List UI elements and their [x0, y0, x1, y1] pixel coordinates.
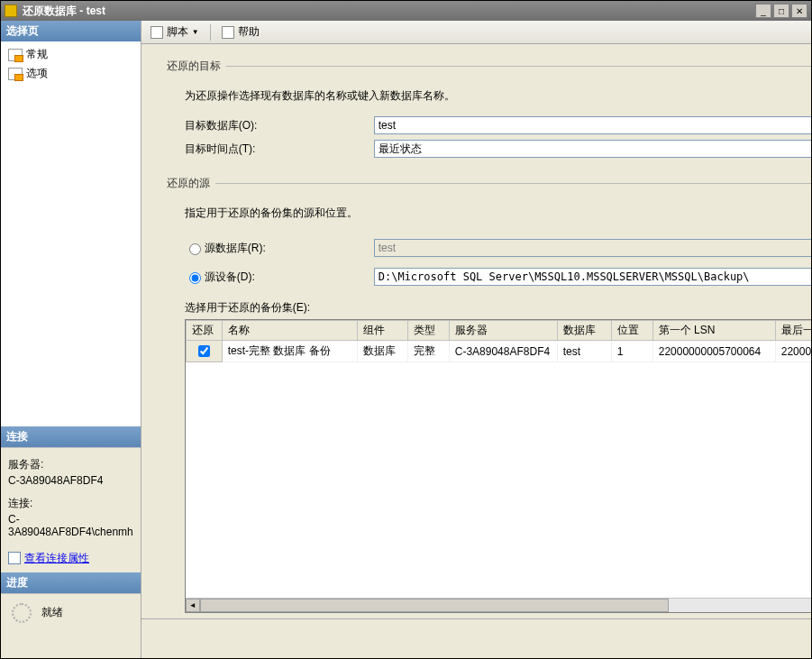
scroll-thumb[interactable]	[200, 599, 669, 612]
minimize-button[interactable]: _	[755, 4, 771, 18]
scroll-left-icon[interactable]: ◄	[186, 599, 200, 612]
select-page-header: 选择页	[1, 21, 141, 41]
nav-label: 选项	[26, 66, 48, 81]
progress-status: 就绪	[41, 606, 63, 618]
progress-panel: 就绪	[1, 593, 141, 658]
view-connection-props-link[interactable]: 查看连接属性	[8, 551, 89, 566]
table-row[interactable]: test-完整 数据库 备份 数据库 完整 C-3A89048AF8DF4 te…	[186, 341, 812, 362]
connection-panel: 服务器: C-3A89048AF8DF4 连接: C-3A89048AF8DF4…	[1, 447, 141, 573]
restore-source-group: 还原的源	[167, 176, 812, 191]
target-db-label: 目标数据库(O):	[185, 118, 365, 133]
page-icon	[8, 49, 23, 61]
target-time-label: 目标时间点(T):	[185, 142, 365, 157]
chevron-down-icon: ▼	[192, 28, 199, 36]
source-device-field	[374, 268, 812, 286]
server-value: C-3A89048AF8DF4	[8, 474, 133, 487]
progress-spinner-icon	[12, 603, 32, 623]
toolbar: 脚本 ▼ 帮助	[141, 21, 812, 44]
help-button[interactable]: 帮助	[218, 23, 263, 41]
backup-sets-grid[interactable]: 还原 名称 组件 类型 服务器 数据库 位置 第一个 LSN 最后一…	[185, 319, 812, 613]
script-icon	[151, 26, 163, 39]
server-label: 服务器:	[8, 457, 133, 472]
dialog-footer: 确定 取消	[141, 618, 812, 658]
window-title: 还原数据库 - test	[23, 4, 753, 19]
target-db-combo[interactable]	[374, 116, 812, 134]
nav-general[interactable]: 常规	[5, 45, 137, 64]
restore-source-desc: 指定用于还原的备份集的源和位置。	[185, 206, 812, 221]
target-time-field	[374, 140, 812, 158]
source-db-radio[interactable]	[189, 243, 201, 255]
sidebar: 选择页 常规 选项 连接 服务器: C-3A89048AF8DF4 连接: C-…	[1, 21, 141, 658]
grid-header-row: 还原 名称 组件 类型 服务器 数据库 位置 第一个 LSN 最后一…	[186, 321, 812, 341]
restore-row-checkbox[interactable]	[198, 345, 210, 357]
connection-header: 连接	[1, 426, 141, 447]
help-label: 帮助	[238, 24, 260, 40]
connection-icon	[8, 552, 21, 564]
maximize-button[interactable]: □	[773, 4, 789, 18]
script-label: 脚本	[167, 24, 188, 40]
select-backup-sets-label: 选择用于还原的备份集(E):	[185, 300, 812, 316]
conn-label: 连接:	[8, 496, 133, 511]
progress-header: 进度	[1, 572, 141, 593]
source-device-radio[interactable]	[189, 272, 201, 284]
script-button[interactable]: 脚本 ▼	[147, 23, 203, 41]
page-icon	[8, 68, 23, 80]
app-icon	[5, 5, 17, 17]
title-bar: 还原数据库 - test _ □ ✕	[1, 1, 811, 21]
horizontal-scrollbar[interactable]: ◄ ►	[186, 598, 812, 612]
close-button[interactable]: ✕	[791, 4, 807, 18]
restore-target-desc: 为还原操作选择现有数据库的名称或键入新数据库名称。	[185, 88, 812, 104]
nav-label: 常规	[26, 47, 48, 62]
source-db-label: 源数据库(R):	[205, 241, 266, 256]
help-icon	[222, 26, 234, 39]
source-device-label: 源设备(D):	[205, 270, 255, 285]
conn-value: C-3A89048AF8DF4\chenmh	[8, 513, 133, 538]
link-text: 查看连接属性	[24, 551, 89, 566]
restore-target-group: 还原的目标	[167, 59, 812, 74]
source-db-combo	[374, 239, 812, 257]
nav-options[interactable]: 选项	[5, 64, 137, 83]
